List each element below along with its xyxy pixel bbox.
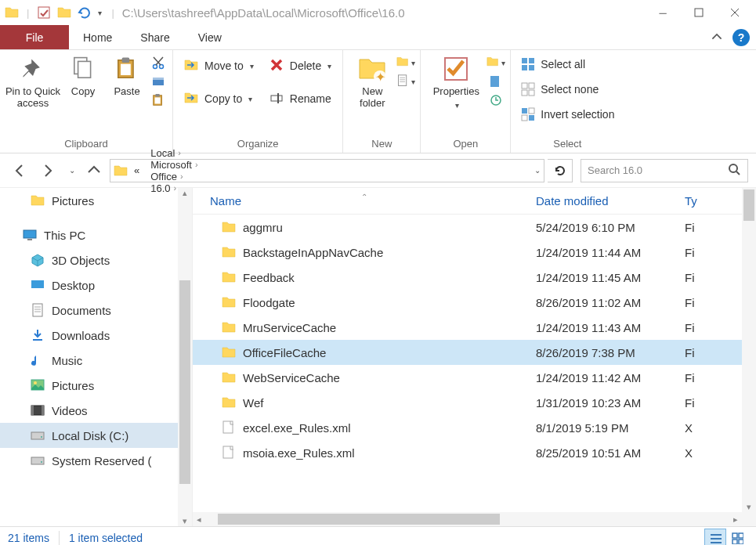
help-button[interactable]: ? <box>732 29 750 46</box>
navpane-item-system-reserved-[interactable]: System Reserved ( <box>0 448 192 473</box>
cut-button[interactable] <box>149 53 168 72</box>
qat-undo-icon[interactable] <box>76 4 93 21</box>
list-item[interactable]: Floodgate8/26/2019 11:02 AMFi <box>193 290 756 315</box>
select-none-button[interactable]: Select none <box>515 78 619 100</box>
list-item[interactable]: WebServiceCache1/24/2019 11:42 AMFi <box>193 365 756 390</box>
select-all-button[interactable]: Select all <box>515 53 619 75</box>
file-name: excel.exe_Rules.xml <box>243 421 351 435</box>
up-button[interactable] <box>81 158 107 183</box>
history-button[interactable] <box>487 91 505 110</box>
navpane-item-local-disk-c-[interactable]: Local Disk (C:) <box>0 423 192 448</box>
list-vertical-scrollbar[interactable]: ▾ <box>742 188 756 512</box>
address-dropdown[interactable]: ⌄ <box>534 166 541 175</box>
edit-button[interactable] <box>487 72 505 91</box>
breadcrumb-overflow[interactable]: « <box>129 164 144 176</box>
new-folder-button[interactable]: ✦ New folder <box>348 52 396 113</box>
search-box[interactable]: Search 16.0 <box>581 159 748 182</box>
list-item[interactable]: Feedback1/24/2019 11:45 AMFi <box>193 265 756 290</box>
recent-locations-dropdown[interactable]: ⌄ <box>64 158 78 183</box>
refresh-button[interactable] <box>548 159 573 182</box>
list-item[interactable]: excel.exe_Rules.xml8/1/2019 5:19 PMX <box>193 415 756 440</box>
svg-rect-54 <box>31 280 44 288</box>
navpane-item-label: Music <box>52 354 82 367</box>
thumbnails-view-button[interactable] <box>726 529 748 546</box>
disk <box>30 453 45 468</box>
tab-share[interactable]: Share <box>126 25 183 49</box>
qat-folder-icon <box>3 4 20 21</box>
navpane-item-label: Local Disk (C:) <box>52 429 128 442</box>
svg-rect-40 <box>153 78 164 80</box>
file-name: Feedback <box>243 271 295 284</box>
properties-button[interactable]: Properties▾ <box>425 52 487 113</box>
qat-properties-icon[interactable] <box>35 4 52 21</box>
tab-view[interactable]: View <box>184 25 236 49</box>
invert-selection-button[interactable]: Invert selection <box>515 103 619 125</box>
list-horizontal-scrollbar[interactable]: ◂▸ <box>193 512 742 526</box>
navpane-item-documents[interactable]: Documents <box>0 298 192 323</box>
navpane-item-pictures[interactable]: Pictures <box>0 373 192 398</box>
qat-customize-dropdown[interactable]: ▾ <box>98 9 102 17</box>
search-placeholder: Search 16.0 <box>588 164 727 176</box>
navpane-item-desktop[interactable]: Desktop <box>0 272 192 298</box>
navpane-this-pc[interactable]: This PC <box>0 222 192 247</box>
folder-icon <box>221 219 237 235</box>
status-selected-count: 1 item selected <box>69 532 143 544</box>
breadcrumb-local[interactable]: Local › <box>146 147 202 159</box>
breadcrumb-office[interactable]: Office › <box>146 171 202 182</box>
copy-button[interactable]: Copy <box>61 52 105 101</box>
breadcrumb-microsoft[interactable]: Microsoft › <box>146 159 202 171</box>
address-bar[interactable]: « Local ›Microsoft ›Office ›16.0 › ⌄ <box>110 159 544 182</box>
open-button[interactable]: ▾ <box>487 53 505 72</box>
rename-button[interactable]: Rename <box>265 88 336 110</box>
pin-to-quick-access-button[interactable]: Pin to Quick access <box>5 52 61 113</box>
list-item[interactable]: aggmru5/24/2019 6:10 PMFi <box>193 215 756 240</box>
rename-icon <box>269 91 285 106</box>
file-icon <box>221 420 237 435</box>
copy-to-button[interactable]: Copy to▾ <box>179 88 259 110</box>
paste-shortcut-button[interactable] <box>149 91 168 110</box>
svg-rect-37 <box>38 7 49 18</box>
delete-button[interactable]: Delete▾ <box>265 55 336 77</box>
back-button[interactable] <box>8 158 33 183</box>
copy-path-button[interactable] <box>149 72 168 91</box>
file-name: aggmru <box>243 221 283 234</box>
folder-icon <box>221 319 237 335</box>
paste-button[interactable]: Paste <box>105 52 149 101</box>
svg-rect-52 <box>522 115 527 121</box>
file-date: 1/24/2019 11:42 AM <box>536 371 685 384</box>
chevron-right-icon: › <box>178 148 181 157</box>
navpane-item-downloads[interactable]: Downloads <box>0 323 192 348</box>
details-view-button[interactable] <box>704 529 726 546</box>
breadcrumb-label: Local <box>150 147 175 159</box>
qat-newfolder-icon[interactable] <box>56 4 73 21</box>
navpane-item-3d-objects[interactable]: 3D Objects <box>0 247 192 272</box>
file-date: 8/26/2019 11:02 AM <box>536 296 685 309</box>
forward-button[interactable] <box>36 158 61 183</box>
list-item[interactable]: msoia.exe_Rules.xml8/25/2019 10:51 AMX <box>193 440 756 465</box>
list-item[interactable]: OfficeFileCache8/26/2019 7:38 PMFi <box>193 340 756 365</box>
navigation-pane[interactable]: Pictures This PC 3D ObjectsDesktopDocume… <box>0 188 193 526</box>
list-item[interactable]: BackstageInAppNavCache1/24/2019 11:44 AM… <box>193 240 756 265</box>
tab-file[interactable]: File <box>0 25 69 49</box>
collapse-ribbon-icon[interactable] <box>704 25 729 49</box>
easy-access-button[interactable]: ▾ <box>396 72 415 91</box>
chevron-right-icon: › <box>195 160 198 169</box>
list-item[interactable]: MruServiceCache1/24/2019 11:43 AMFi <box>193 315 756 340</box>
close-button[interactable] <box>717 2 753 23</box>
minimize-button[interactable]: ─ <box>645 2 681 23</box>
download-icon <box>30 327 45 343</box>
tab-home[interactable]: Home <box>69 25 126 49</box>
pin-icon <box>19 55 47 83</box>
column-name[interactable]: ⌃Name <box>193 194 536 208</box>
breadcrumb-label: Microsoft <box>150 159 192 171</box>
list-item[interactable]: Wef1/31/2019 10:23 AMFi <box>193 390 756 415</box>
move-to-button[interactable]: Move to▾ <box>179 55 259 77</box>
column-date[interactable]: Date modified <box>536 194 685 208</box>
maximize-button[interactable] <box>681 2 717 23</box>
navpane-item-videos[interactable]: Videos <box>0 398 192 423</box>
navpane-scrollbar[interactable]: ▴ ▾ <box>178 188 192 526</box>
svg-rect-53 <box>529 115 534 121</box>
new-item-button[interactable]: ▾ <box>396 53 415 72</box>
navpane-pictures-top[interactable]: Pictures <box>0 188 192 213</box>
navpane-item-music[interactable]: Music <box>0 348 192 373</box>
